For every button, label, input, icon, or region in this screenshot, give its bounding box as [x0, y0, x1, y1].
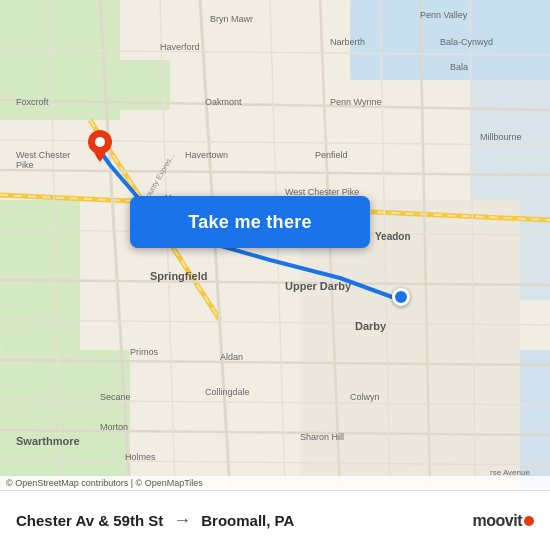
destination-label: Broomall, PA	[201, 512, 294, 529]
svg-text:Bryn Mawr: Bryn Mawr	[210, 14, 253, 24]
map-attribution: © OpenStreetMap contributors | © OpenMap…	[0, 476, 550, 490]
svg-text:Haverford: Haverford	[160, 42, 200, 52]
svg-text:Aldan: Aldan	[220, 352, 243, 362]
svg-text:Oakmont: Oakmont	[205, 97, 242, 107]
moovit-logo: moovit	[473, 512, 534, 530]
svg-text:Morton: Morton	[100, 422, 128, 432]
svg-text:Bala-Cynwyd: Bala-Cynwyd	[440, 37, 493, 47]
origin-label: Chester Av & 59th St	[16, 512, 163, 529]
origin-pin	[88, 130, 112, 162]
svg-rect-2	[0, 200, 80, 350]
moovit-dot	[524, 516, 534, 526]
svg-text:Swarthmore: Swarthmore	[16, 435, 80, 447]
take-me-there-label: Take me there	[188, 212, 312, 233]
svg-text:Millbourne: Millbourne	[480, 132, 522, 142]
svg-point-66	[95, 137, 105, 147]
svg-text:Collingdale: Collingdale	[205, 387, 250, 397]
info-bar: Chester Av & 59th St → Broomall, PA moov…	[0, 490, 550, 550]
svg-text:Havertown: Havertown	[185, 150, 228, 160]
svg-text:Yeadon: Yeadon	[375, 231, 411, 242]
svg-text:Sharon Hill: Sharon Hill	[300, 432, 344, 442]
svg-text:Springfield: Springfield	[150, 270, 207, 282]
moovit-brand-text: moovit	[473, 512, 522, 530]
svg-text:Darby: Darby	[355, 320, 387, 332]
svg-text:Colwyn: Colwyn	[350, 392, 380, 402]
svg-text:Foxcroft: Foxcroft	[16, 97, 49, 107]
svg-text:Penn Valley: Penn Valley	[420, 10, 468, 20]
svg-text:Holmes: Holmes	[125, 452, 156, 462]
svg-text:Penn Wynne: Penn Wynne	[330, 97, 381, 107]
svg-text:Pike: Pike	[16, 160, 34, 170]
direction-arrow: →	[173, 510, 191, 531]
map-view: Bryn Mawr Penn Valley Haverford Narberth…	[0, 0, 550, 490]
svg-text:Penfield: Penfield	[315, 150, 348, 160]
current-location-dot	[392, 288, 410, 306]
svg-text:Bala: Bala	[450, 62, 468, 72]
svg-text:Narberth: Narberth	[330, 37, 365, 47]
svg-text:Upper Darby: Upper Darby	[285, 280, 352, 292]
svg-text:Secane: Secane	[100, 392, 131, 402]
svg-text:Primos: Primos	[130, 347, 159, 357]
take-me-there-button[interactable]: Take me there	[130, 196, 370, 248]
svg-text:West Chester: West Chester	[16, 150, 70, 160]
